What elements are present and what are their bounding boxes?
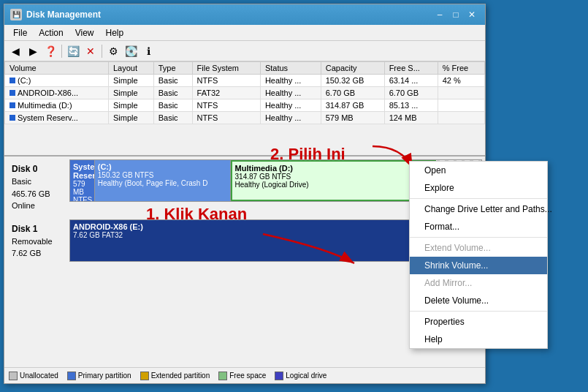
volume-icon xyxy=(9,115,15,121)
table-cell: 6.70 GB xyxy=(384,87,438,99)
table-cell: 63.14 ... xyxy=(384,75,438,87)
table-row[interactable]: System Reserv...SimpleBasicNTFSHealthy .… xyxy=(5,112,485,124)
table-cell: 6.70 GB xyxy=(321,87,384,99)
table-cell: Simple xyxy=(108,87,153,99)
close-button[interactable]: ✕ xyxy=(465,8,479,21)
volume-icon xyxy=(9,78,15,83)
table-cell: 579 MB xyxy=(321,112,384,124)
legend-free: Free space xyxy=(218,372,266,380)
legend-extended: Extended partition xyxy=(140,372,210,380)
toolbar-settings[interactable]: ⚙ xyxy=(105,43,121,59)
legend-primary: Primary partition xyxy=(67,372,131,380)
ctx-shrink[interactable]: Shrink Volume... xyxy=(410,257,547,274)
menu-file[interactable]: File xyxy=(7,26,33,39)
ctx-extend: Extend Volume... xyxy=(410,239,547,257)
col-status: Status xyxy=(260,62,321,75)
ctx-explore[interactable]: Explore xyxy=(410,179,547,197)
table-cell: 314.87 GB xyxy=(321,99,384,112)
table-cell: Healthy ... xyxy=(260,112,321,124)
legend-unallocated-label: Unallocated xyxy=(20,372,58,380)
table-cell: FAT32 xyxy=(192,87,260,99)
window-title: Disk Management xyxy=(26,10,432,20)
menu-view[interactable]: View xyxy=(69,26,100,39)
toolbar-disk[interactable]: 💽 xyxy=(123,43,139,59)
table-row[interactable]: ANDROID-X86...SimpleBasicFAT32Healthy ..… xyxy=(5,87,485,99)
table-cell: 42 % xyxy=(438,75,484,87)
table-cell: Basic xyxy=(153,87,192,99)
ctx-change-drive[interactable]: Change Drive Letter and Paths... xyxy=(410,200,547,218)
table-cell: Basic xyxy=(153,75,192,87)
legend-free-box xyxy=(218,372,227,380)
partition-system-reserve[interactable]: System Reserv579 MB NTFSHealthy (System xyxy=(70,160,95,201)
menu-action[interactable]: Action xyxy=(33,26,69,39)
ctx-help[interactable]: Help xyxy=(410,331,547,348)
col-pct-free: % Free xyxy=(438,62,484,75)
table-cell: Healthy ... xyxy=(260,99,321,112)
toolbar-separator-1 xyxy=(61,45,62,58)
table-cell: NTFS xyxy=(192,99,260,112)
table-cell: 124 MB xyxy=(384,112,438,124)
legend-logical: Logical drive xyxy=(275,372,327,380)
volumes-table-area: Volume Layout Type File System Status Ca… xyxy=(4,61,485,157)
legend-free-label: Free space xyxy=(229,372,266,380)
legend-bar: Unallocated Primary partition Extended p… xyxy=(4,367,485,383)
table-cell: 150.32 GB xyxy=(321,75,384,87)
legend-extended-label: Extended partition xyxy=(151,372,210,380)
minimize-button[interactable]: – xyxy=(432,8,447,21)
maximize-button[interactable]: □ xyxy=(448,8,463,21)
title-bar: 💾 Disk Management – □ ✕ xyxy=(4,4,485,25)
table-cell: Simple xyxy=(108,112,153,124)
volume-icon xyxy=(9,102,15,108)
col-volume: Volume xyxy=(5,62,109,75)
ctx-sep-1 xyxy=(410,198,547,199)
toolbar-refresh[interactable]: 🔄 xyxy=(65,43,81,59)
table-cell: Healthy ... xyxy=(260,75,321,87)
legend-primary-box xyxy=(67,372,76,380)
table-cell xyxy=(438,112,484,124)
table-cell xyxy=(438,99,484,112)
legend-unallocated-box xyxy=(9,372,18,380)
context-menu: Open Explore Change Drive Letter and Pat… xyxy=(409,161,548,349)
ctx-sep-3 xyxy=(410,311,547,312)
toolbar-help[interactable]: ❓ xyxy=(42,43,58,59)
table-row[interactable]: (C:)SimpleBasicNTFSHealthy ...150.32 GB6… xyxy=(5,75,485,87)
toolbar-back[interactable]: ◀ xyxy=(7,43,23,59)
menu-bar: File Action View Help xyxy=(4,25,485,41)
col-layout: Layout xyxy=(108,62,153,75)
ctx-format[interactable]: Format... xyxy=(410,218,547,235)
toolbar-info[interactable]: ℹ xyxy=(140,43,156,59)
table-cell: (C:) xyxy=(5,75,109,87)
legend-logical-box xyxy=(275,372,283,380)
ctx-sep-2 xyxy=(410,237,547,238)
toolbar: ◀ ▶ ❓ 🔄 ✕ ⚙ 💽 ℹ xyxy=(4,41,485,61)
table-cell: Multimedia (D:) xyxy=(5,99,109,112)
table-cell: Basic xyxy=(153,99,192,112)
table-cell xyxy=(438,87,484,99)
table-row[interactable]: Multimedia (D:)SimpleBasicNTFSHealthy ..… xyxy=(5,99,485,112)
table-cell: System Reserv... xyxy=(5,112,109,124)
menu-help[interactable]: Help xyxy=(100,26,130,39)
volumes-table: Volume Layout Type File System Status Ca… xyxy=(4,61,485,124)
table-header-row: Volume Layout Type File System Status Ca… xyxy=(5,62,485,75)
col-capacity: Capacity xyxy=(321,62,384,75)
disk-0-label: Disk 0 Basic 465.76 GB Online xyxy=(7,159,69,215)
disk-1-label: Disk 1 Removable 7.62 GB xyxy=(7,219,69,263)
table-cell: NTFS xyxy=(192,112,260,124)
toolbar-forward[interactable]: ▶ xyxy=(25,43,41,59)
ctx-properties[interactable]: Properties xyxy=(410,313,547,331)
col-filesystem: File System xyxy=(192,62,260,75)
partition-c[interactable]: (C:)150.32 GB NTFSHealthy (Boot, Page Fi… xyxy=(95,160,231,201)
ctx-add-mirror: Add Mirror... xyxy=(410,274,547,292)
app-icon: 💾 xyxy=(10,9,22,20)
toolbar-delete[interactable]: ✕ xyxy=(83,43,99,59)
table-cell: Simple xyxy=(108,99,153,112)
ctx-delete[interactable]: Delete Volume... xyxy=(410,292,547,309)
col-free: Free S... xyxy=(384,62,438,75)
ctx-open[interactable]: Open xyxy=(410,162,547,179)
table-cell: Basic xyxy=(153,112,192,124)
table-cell: Healthy ... xyxy=(260,87,321,99)
table-cell: Simple xyxy=(108,75,153,87)
window-controls: – □ ✕ xyxy=(432,8,479,21)
col-type: Type xyxy=(153,62,192,75)
partition-multimedia[interactable]: Multimedia (D:)314.87 GB NTFSHealthy (Lo… xyxy=(231,160,437,201)
